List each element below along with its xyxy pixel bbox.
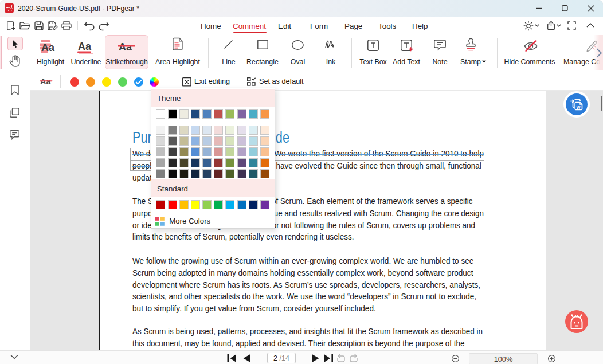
svg-text:Aa: Aa (41, 42, 55, 53)
svg-text:Aa: Aa (78, 41, 92, 52)
svg-text:Aa: Aa (119, 41, 132, 53)
svg-text:w: w (576, 104, 581, 110)
